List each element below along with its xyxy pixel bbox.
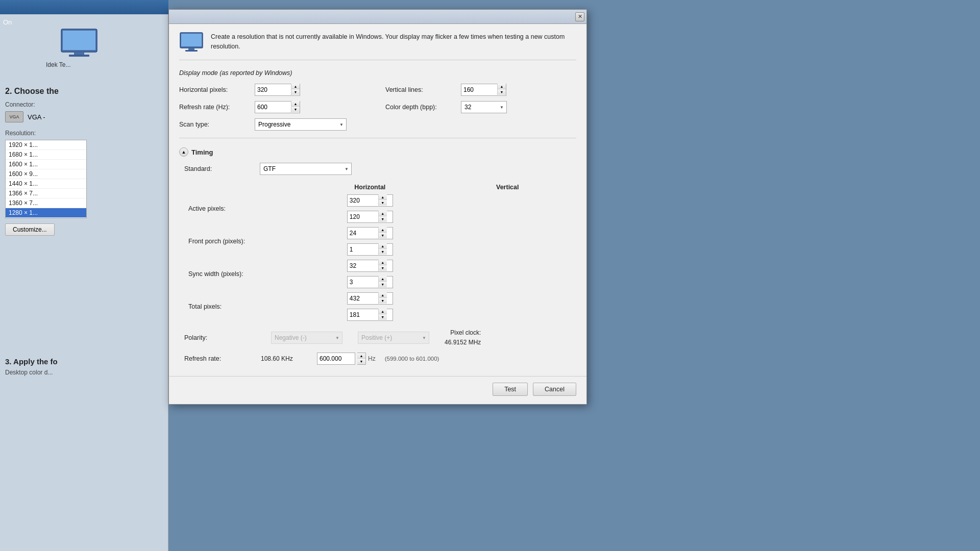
test-button[interactable]: Test [493, 383, 528, 396]
vertical-lines-spinbox[interactable]: ▲ ▼ [461, 84, 506, 96]
front-porch-h-spinbox[interactable]: ▲ ▼ [347, 227, 393, 239]
customize-button[interactable]: Customize... [5, 223, 55, 236]
connector-row: VGA VGA - [5, 111, 163, 122]
section2-title: 2. Choose the [5, 87, 163, 96]
connector-value: VGA - [28, 113, 45, 121]
timing-title: Timing [191, 148, 213, 156]
list-item[interactable]: 1600 × 1... [6, 160, 86, 169]
sync-width-h-input[interactable] [348, 260, 378, 271]
vertical-lines-down[interactable]: ▼ [498, 89, 506, 95]
h-polarity-select: Negative (-) [271, 332, 342, 344]
active-pixels-row: Active pixels: ▲ ▼ [184, 192, 576, 225]
section3-title: 3. Apply the fo [5, 357, 163, 366]
total-pixels-h-up[interactable]: ▲ [379, 292, 387, 298]
horizontal-col-header: Horizontal [301, 182, 438, 192]
v-polarity-dropdown-wrapper: Positive (+) [358, 332, 429, 344]
bg-apply-section: 3. Apply the fo Desktop color d... [5, 357, 163, 376]
front-porch-v-down[interactable]: ▼ [379, 249, 387, 255]
horizontal-pixels-spinbox[interactable]: ▲ ▼ [255, 84, 300, 96]
total-pixels-h-spinbox[interactable]: ▲ ▼ [347, 292, 393, 305]
standard-select[interactable]: GTF CVT CVT-RB Manual [260, 163, 352, 175]
total-pixels-h-down[interactable]: ▼ [379, 298, 387, 304]
front-porch-v-input[interactable] [348, 244, 378, 255]
sync-width-v-down[interactable]: ▼ [379, 282, 387, 287]
horizontal-pixels-up[interactable]: ▲ [291, 84, 300, 89]
bg-section: 2. Choose the Connector: VGA VGA - Resol… [5, 87, 163, 236]
sync-width-v-spinbox[interactable]: ▲ ▼ [347, 276, 393, 288]
custom-resolution-dialog: ✕ Create a resolution that is not curren… [168, 9, 587, 405]
front-porch-label: Front porch (pixels): [184, 225, 301, 258]
vertical-lines-up[interactable]: ▲ [498, 84, 506, 89]
scan-type-dropdown-wrapper: Progressive Interlaced [255, 118, 347, 131]
active-pixels-h-spinbox[interactable]: ▲ ▼ [347, 194, 393, 207]
refresh-rate-input[interactable] [255, 102, 291, 113]
horizontal-pixels-input[interactable] [255, 84, 291, 95]
monitor-icon-large [179, 32, 204, 54]
timing-table: Horizontal Vertical Active pixels: ▲ [184, 182, 576, 323]
active-pixels-v-up[interactable]: ▲ [379, 211, 387, 216]
scan-type-row: Scan type: Progressive Interlaced [179, 118, 576, 131]
v-refresh-spinbox[interactable]: ▲ ▼ Hz [317, 353, 376, 365]
front-porch-h-down[interactable]: ▼ [379, 233, 387, 238]
refresh-rate-arrows: ▲ ▼ [291, 101, 300, 113]
sync-width-h-down[interactable]: ▼ [379, 265, 387, 271]
vga-icon: VGA [5, 111, 23, 122]
hz-unit-label: Hz [368, 355, 376, 362]
active-pixels-h-input[interactable] [348, 195, 378, 206]
refresh-rate-spinbox[interactable]: ▲ ▼ [255, 101, 300, 113]
horizontal-pixels-label: Horizontal pixels: [179, 86, 251, 93]
list-item[interactable]: 1600 × 9... [6, 169, 86, 179]
list-item[interactable]: 1366 × 7... [6, 189, 86, 198]
v-refresh-down[interactable]: ▼ [357, 359, 365, 364]
close-button[interactable]: ✕ [575, 12, 584, 21]
cancel-button[interactable]: Cancel [533, 383, 576, 396]
scan-type-label: Scan type: [179, 121, 251, 128]
timing-collapse-button[interactable]: ▲ [179, 147, 188, 157]
list-item[interactable]: 1360 × 7... [6, 198, 86, 208]
front-porch-h-input[interactable] [348, 228, 378, 239]
vertical-lines-input[interactable] [461, 84, 497, 95]
active-pixels-v-spinbox[interactable]: ▲ ▼ [347, 211, 393, 223]
total-pixels-v-input[interactable] [348, 309, 378, 320]
top-bar [0, 0, 168, 14]
sync-width-row: Sync width (pixels): ▲ ▼ [184, 258, 576, 290]
sync-width-h-up[interactable]: ▲ [379, 260, 387, 265]
pixel-clock-label: Pixel clock: [445, 328, 481, 338]
svg-rect-2 [74, 52, 84, 55]
svg-rect-1 [63, 31, 95, 50]
v-refresh-up[interactable]: ▲ [357, 353, 365, 359]
vertical-col-header: Vertical [439, 182, 576, 192]
front-porch-h-up[interactable]: ▲ [379, 227, 387, 233]
refresh-range-label: (599.000 to 601.000) [385, 356, 439, 362]
active-pixels-v-down[interactable]: ▼ [379, 216, 387, 222]
active-pixels-h-down[interactable]: ▼ [379, 200, 387, 206]
scan-type-select[interactable]: Progressive Interlaced [255, 118, 347, 131]
standard-dropdown-wrapper: GTF CVT CVT-RB Manual [260, 163, 352, 175]
pixel-clock-value: 46.9152 MHz [445, 338, 481, 347]
resolution-list[interactable]: 1920 × 1... 1680 × 1... 1600 × 1... 1600… [5, 140, 87, 218]
active-pixels-v-input[interactable] [348, 211, 378, 222]
refresh-rate-down[interactable]: ▼ [291, 107, 300, 112]
list-item[interactable]: 1440 × 1... [6, 179, 86, 189]
total-pixels-h-input[interactable] [348, 293, 378, 304]
list-item[interactable]: 1920 × 1... [6, 140, 86, 150]
total-pixels-v-down[interactable]: ▼ [379, 314, 387, 320]
svg-rect-3 [69, 55, 89, 57]
sync-width-v-up[interactable]: ▲ [379, 276, 387, 282]
list-item[interactable]: 1680 × 1... [6, 150, 86, 160]
front-porch-v-up[interactable]: ▲ [379, 243, 387, 249]
total-pixels-label: Total pixels: [184, 290, 301, 323]
sync-width-h-spinbox[interactable]: ▲ ▼ [347, 260, 393, 272]
refresh-rate-up[interactable]: ▲ [291, 101, 300, 107]
horizontal-pixels-down[interactable]: ▼ [291, 89, 300, 95]
total-pixels-v-spinbox[interactable]: ▲ ▼ [347, 309, 393, 321]
sync-width-v-input[interactable] [348, 277, 378, 288]
dialog-footer: Test Cancel [169, 376, 586, 404]
active-pixels-h-up[interactable]: ▲ [379, 194, 387, 200]
v-refresh-input[interactable] [317, 353, 355, 365]
list-item-selected[interactable]: 1280 × 1... [6, 208, 86, 218]
desktop-color-label: Desktop color d... [5, 369, 163, 376]
front-porch-v-spinbox[interactable]: ▲ ▼ [347, 243, 393, 256]
color-depth-select[interactable]: 32 16 [461, 101, 507, 113]
total-pixels-v-up[interactable]: ▲ [379, 309, 387, 314]
